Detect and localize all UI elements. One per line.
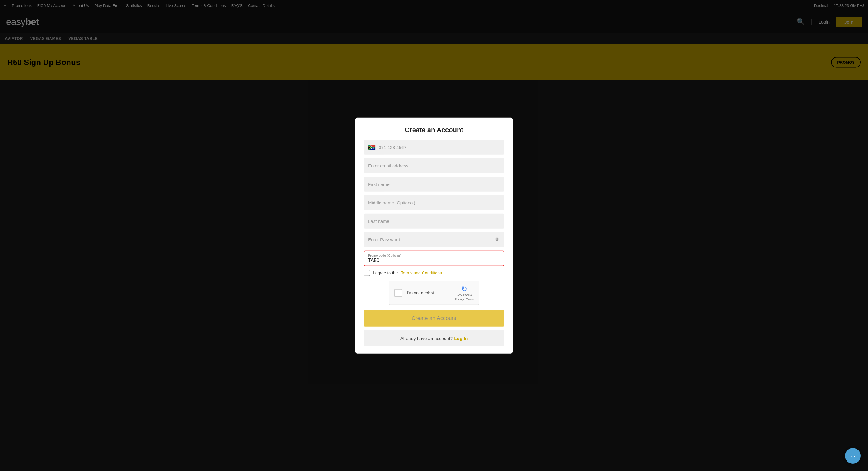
chat-bubble[interactable]: ··· [845, 448, 861, 464]
promo-input[interactable] [368, 258, 500, 263]
sa-flag-icon: 🇿🇦 [368, 144, 376, 151]
terms-text: I agree to the [373, 271, 398, 275]
promo-field-wrapper: Promo code (Optional) [364, 251, 504, 266]
terms-row: I agree to the Terms and Conditions [364, 270, 504, 276]
password-field-wrapper: 👁 [364, 232, 504, 247]
modal-title: Create an Account [364, 126, 504, 134]
already-have-account-row: Already have an account? Log In [364, 330, 504, 346]
chat-icon: ··· [850, 452, 856, 460]
email-field-wrapper [364, 158, 504, 173]
recaptcha-label: I'm not a robot [407, 290, 450, 295]
recaptcha-logo: ↻ reCAPTCHA Privacy - Terms [455, 285, 474, 301]
password-input[interactable] [364, 232, 504, 247]
recaptcha-box[interactable]: I'm not a robot ↻ reCAPTCHA Privacy - Te… [389, 281, 479, 305]
log-in-link[interactable]: Log In [454, 336, 468, 341]
recaptcha-checkbox[interactable] [394, 289, 402, 297]
phone-input[interactable] [379, 140, 500, 155]
recaptcha-icon: ↻ [461, 285, 467, 293]
create-account-button[interactable]: Create an Account [364, 310, 504, 326]
firstname-input[interactable] [364, 177, 504, 192]
recaptcha-wrapper: I'm not a robot ↻ reCAPTCHA Privacy - Te… [364, 281, 504, 305]
firstname-field-wrapper [364, 177, 504, 192]
lastname-field-wrapper [364, 214, 504, 228]
promo-label: Promo code (Optional) [368, 254, 500, 257]
middlename-field-wrapper [364, 195, 504, 210]
password-toggle-icon[interactable]: 👁 [495, 237, 500, 243]
lastname-input[interactable] [364, 214, 504, 228]
recaptcha-brand: reCAPTCHA [457, 294, 472, 297]
middlename-input[interactable] [364, 195, 504, 210]
phone-field: 🇿🇦 [364, 140, 504, 155]
terms-conditions-link[interactable]: Terms and Conditions [401, 271, 442, 275]
terms-checkbox[interactable] [364, 270, 370, 276]
recaptcha-sub: Privacy - Terms [455, 298, 474, 301]
email-input[interactable] [364, 158, 504, 173]
create-account-modal: Create an Account 🇿🇦 👁 Promo code (Optio… [355, 118, 513, 354]
already-text: Already have an account? [400, 336, 453, 341]
